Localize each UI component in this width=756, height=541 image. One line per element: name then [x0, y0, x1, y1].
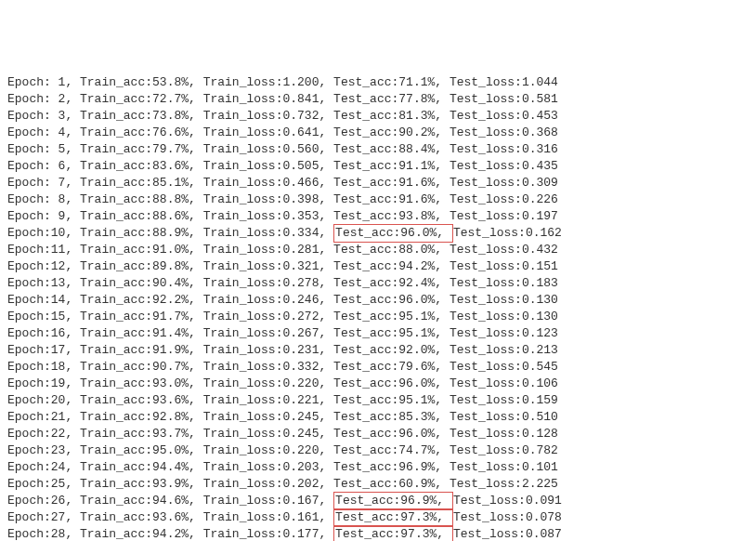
log-line: Epoch:21, Train_acc:92.8%, Train_loss:0.…: [7, 409, 749, 426]
train-loss-value: Train_loss:0.353,: [203, 209, 333, 223]
train-loss-value: Train_loss:0.841,: [203, 92, 333, 106]
train-acc-value: Train_acc:90.7%,: [80, 360, 203, 374]
train-acc-value: Train_acc:94.6%,: [80, 494, 203, 508]
train-loss-value: Train_loss:0.505,: [203, 159, 333, 173]
epoch-value: Epoch:17,: [7, 343, 80, 357]
epoch-value: Epoch:19,: [7, 376, 80, 390]
test-acc-value: Test_acc:95.1%,: [333, 393, 450, 407]
train-acc-value: Train_acc:93.6%,: [80, 510, 203, 524]
test-acc-value: Test_acc:97.3%,: [333, 508, 453, 527]
test-loss-value: Test_loss:0.782: [450, 443, 558, 457]
epoch-value: Epoch: 5,: [7, 142, 80, 156]
test-loss-value: Test_loss:0.123: [450, 326, 558, 340]
test-loss-value: Test_loss:0.213: [450, 343, 558, 357]
epoch-value: Epoch: 9,: [7, 209, 80, 223]
test-loss-value: Test_loss:0.162: [453, 226, 562, 240]
epoch-value: Epoch:24,: [7, 460, 80, 474]
test-loss-value: Test_loss:0.510: [450, 410, 558, 424]
log-line: Epoch:12, Train_acc:89.8%, Train_loss:0.…: [7, 258, 749, 275]
log-line: Epoch:10, Train_acc:88.9%, Train_loss:0.…: [7, 225, 749, 242]
log-line: Epoch:25, Train_acc:93.9%, Train_loss:0.…: [7, 476, 749, 493]
epoch-value: Epoch:26,: [7, 494, 80, 508]
train-loss-value: Train_loss:0.466,: [203, 176, 333, 190]
test-acc-value: Test_acc:91.6%,: [333, 192, 450, 206]
epoch-value: Epoch: 4,: [7, 125, 80, 139]
log-line: Epoch:24, Train_acc:94.4%, Train_loss:0.…: [7, 459, 749, 476]
test-acc-value: Test_acc:79.6%,: [333, 360, 450, 374]
test-loss-value: Test_loss:0.130: [450, 310, 558, 323]
train-acc-value: Train_acc:88.8%,: [80, 192, 203, 206]
test-acc-value: Test_acc:96.0%,: [333, 376, 450, 390]
epoch-value: Epoch:23,: [7, 443, 80, 457]
test-loss-value: Test_loss:0.545: [450, 360, 558, 374]
train-acc-value: Train_acc:90.4%,: [80, 276, 203, 290]
test-acc-value: Test_acc:88.0%,: [333, 243, 450, 257]
test-loss-value: Test_loss:0.435: [450, 159, 558, 173]
train-loss-value: Train_loss:0.231,: [203, 343, 333, 357]
train-loss-value: Train_loss:1.200,: [203, 75, 333, 89]
train-loss-value: Train_loss:0.245,: [203, 427, 333, 441]
train-acc-value: Train_acc:88.6%,: [80, 209, 203, 223]
test-acc-value: Test_acc:71.1%,: [333, 75, 450, 89]
log-line: Epoch:13, Train_acc:90.4%, Train_loss:0.…: [7, 275, 749, 292]
epoch-value: Epoch: 7,: [7, 176, 80, 190]
test-acc-value: Test_acc:95.1%,: [333, 310, 450, 323]
train-loss-value: Train_loss:0.332,: [203, 360, 333, 374]
test-loss-value: Test_loss:0.130: [450, 293, 558, 307]
train-acc-value: Train_acc:92.2%,: [80, 293, 203, 307]
train-acc-value: Train_acc:95.0%,: [80, 443, 203, 457]
test-loss-value: Test_loss:0.101: [450, 460, 558, 474]
train-acc-value: Train_acc:72.7%,: [80, 92, 203, 106]
test-acc-value: Test_acc:74.7%,: [333, 443, 450, 457]
epoch-value: Epoch:11,: [7, 243, 80, 257]
test-loss-value: Test_loss:0.091: [453, 494, 562, 508]
train-loss-value: Train_loss:0.272,: [203, 310, 333, 323]
test-acc-value: Test_acc:95.1%,: [333, 326, 450, 340]
test-loss-value: Test_loss:2.225: [450, 477, 558, 491]
test-loss-value: Test_loss:0.087: [453, 527, 562, 541]
train-loss-value: Train_loss:0.177,: [203, 527, 333, 541]
train-acc-value: Train_acc:94.2%,: [80, 527, 203, 541]
test-acc-value: Test_acc:81.3%,: [333, 109, 450, 123]
test-loss-value: Test_loss:0.159: [450, 393, 558, 407]
epoch-value: Epoch: 3,: [7, 109, 80, 123]
log-line: Epoch: 1, Train_acc:53.8%, Train_loss:1.…: [7, 74, 749, 91]
test-loss-value: Test_loss:0.368: [450, 125, 558, 139]
train-loss-value: Train_loss:0.161,: [203, 510, 333, 524]
train-loss-value: Train_loss:0.278,: [203, 276, 333, 290]
test-loss-value: Test_loss:0.581: [450, 92, 558, 106]
train-loss-value: Train_loss:0.167,: [203, 494, 333, 508]
epoch-value: Epoch:16,: [7, 326, 80, 340]
test-acc-value: Test_acc:88.4%,: [333, 142, 450, 156]
log-line: Epoch:17, Train_acc:91.9%, Train_loss:0.…: [7, 342, 749, 359]
epoch-value: Epoch:12,: [7, 259, 80, 273]
log-line: Epoch:26, Train_acc:94.6%, Train_loss:0.…: [7, 493, 749, 509]
test-acc-value: Test_acc:91.6%,: [333, 176, 450, 190]
train-acc-value: Train_acc:93.7%,: [80, 427, 203, 441]
train-acc-value: Train_acc:91.7%,: [80, 310, 203, 323]
epoch-value: Epoch: 2,: [7, 92, 80, 106]
train-loss-value: Train_loss:0.246,: [203, 293, 333, 307]
test-loss-value: Test_loss:0.183: [450, 276, 558, 290]
epoch-value: Epoch:10,: [7, 226, 80, 240]
log-line: Epoch:15, Train_acc:91.7%, Train_loss:0.…: [7, 309, 749, 325]
train-loss-value: Train_loss:0.641,: [203, 125, 333, 139]
train-acc-value: Train_acc:93.0%,: [80, 376, 203, 390]
epoch-value: Epoch:27,: [7, 510, 80, 524]
log-line: Epoch:22, Train_acc:93.7%, Train_loss:0.…: [7, 426, 749, 442]
train-loss-value: Train_loss:0.202,: [203, 477, 333, 491]
log-line: Epoch:19, Train_acc:93.0%, Train_loss:0.…: [7, 376, 749, 392]
test-loss-value: Test_loss:0.151: [450, 259, 558, 273]
train-acc-value: Train_acc:91.9%,: [80, 343, 203, 357]
log-line: Epoch:27, Train_acc:93.6%, Train_loss:0.…: [7, 509, 749, 526]
train-acc-value: Train_acc:85.1%,: [80, 176, 203, 190]
log-line: Epoch:28, Train_acc:94.2%, Train_loss:0.…: [7, 526, 749, 541]
train-acc-value: Train_acc:79.7%,: [80, 142, 203, 156]
log-line: Epoch:18, Train_acc:90.7%, Train_loss:0.…: [7, 359, 749, 376]
log-line: Epoch: 9, Train_acc:88.6%, Train_loss:0.…: [7, 208, 749, 225]
train-acc-value: Train_acc:76.6%,: [80, 125, 203, 139]
log-line: Epoch:14, Train_acc:92.2%, Train_loss:0.…: [7, 292, 749, 309]
train-loss-value: Train_loss:0.732,: [203, 109, 333, 123]
epoch-value: Epoch:28,: [7, 527, 80, 541]
train-loss-value: Train_loss:0.203,: [203, 460, 333, 474]
